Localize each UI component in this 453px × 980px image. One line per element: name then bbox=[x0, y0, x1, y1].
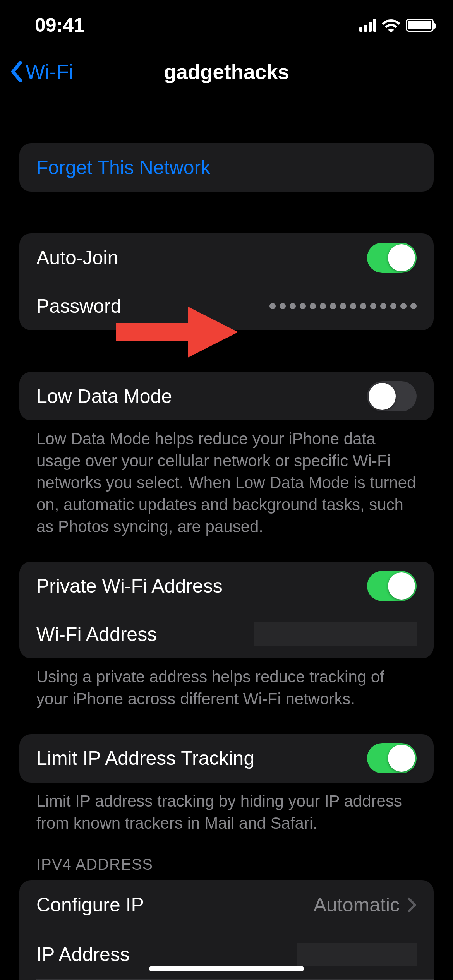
private-address-label: Private Wi-Fi Address bbox=[36, 575, 223, 597]
wifi-address-row[interactable]: Wi-Fi Address bbox=[19, 610, 434, 658]
status-icons bbox=[359, 18, 434, 32]
private-address-toggle[interactable] bbox=[367, 571, 417, 601]
nav-header: Wi-Fi gadgethacks bbox=[0, 50, 453, 93]
limit-tracking-group: Limit IP Address Tracking bbox=[19, 734, 434, 783]
low-data-label: Low Data Mode bbox=[36, 385, 172, 408]
status-bar: 09:41 bbox=[0, 0, 453, 50]
ipv4-group: Configure IP Automatic IP Address Subnet… bbox=[19, 880, 434, 980]
connection-group: Auto-Join Password bbox=[19, 233, 434, 330]
ip-address-label: IP Address bbox=[36, 943, 130, 966]
back-button[interactable]: Wi-Fi bbox=[0, 60, 74, 84]
wifi-address-label: Wi-Fi Address bbox=[36, 623, 157, 646]
configure-ip-row[interactable]: Configure IP Automatic bbox=[19, 880, 434, 930]
auto-join-label: Auto-Join bbox=[36, 247, 118, 269]
password-value-masked bbox=[269, 303, 417, 309]
wifi-address-value bbox=[254, 622, 417, 646]
password-row[interactable]: Password bbox=[19, 282, 434, 330]
chevron-right-icon bbox=[407, 897, 417, 913]
configure-ip-label: Configure IP bbox=[36, 894, 144, 916]
ipv4-section-header: IPV4 ADDRESS bbox=[19, 856, 434, 880]
low-data-row: Low Data Mode bbox=[19, 372, 434, 420]
battery-icon bbox=[406, 19, 434, 32]
private-address-row: Private Wi-Fi Address bbox=[19, 562, 434, 610]
back-label: Wi-Fi bbox=[26, 60, 74, 84]
forget-network-label: Forget This Network bbox=[36, 156, 210, 179]
cellular-signal-icon bbox=[359, 19, 376, 32]
low-data-group: Low Data Mode bbox=[19, 372, 434, 420]
ip-address-row[interactable]: IP Address bbox=[19, 930, 434, 979]
limit-tracking-row: Limit IP Address Tracking bbox=[19, 734, 434, 783]
wifi-icon bbox=[382, 18, 400, 32]
limit-tracking-footer: Limit IP address tracking by hiding your… bbox=[19, 783, 434, 834]
limit-tracking-label: Limit IP Address Tracking bbox=[36, 747, 254, 769]
limit-tracking-toggle[interactable] bbox=[367, 743, 417, 773]
status-time: 09:41 bbox=[35, 14, 84, 36]
auto-join-toggle[interactable] bbox=[367, 243, 417, 273]
low-data-footer: Low Data Mode helps reduce your iPhone d… bbox=[19, 420, 434, 538]
auto-join-row: Auto-Join bbox=[19, 233, 434, 282]
configure-ip-value: Automatic bbox=[314, 894, 400, 916]
password-label: Password bbox=[36, 295, 122, 317]
forget-network-group: Forget This Network bbox=[19, 143, 434, 192]
forget-network-button[interactable]: Forget This Network bbox=[19, 143, 434, 192]
home-indicator[interactable] bbox=[149, 966, 304, 971]
private-address-footer: Using a private address helps reduce tra… bbox=[19, 658, 434, 710]
low-data-toggle[interactable] bbox=[367, 381, 417, 411]
private-address-group: Private Wi-Fi Address Wi-Fi Address bbox=[19, 562, 434, 658]
chevron-left-icon bbox=[9, 60, 24, 83]
ip-address-value bbox=[297, 943, 417, 966]
